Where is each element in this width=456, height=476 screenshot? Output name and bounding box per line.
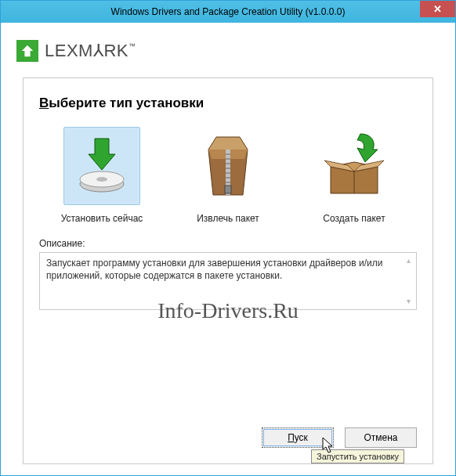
option-extract-package[interactable]: Извлечь пакет bbox=[173, 127, 283, 224]
option-extract-label: Извлечь пакет bbox=[173, 213, 283, 224]
content-panel: Выберите тип установки Установить сейчас bbox=[23, 78, 433, 464]
install-type-options: Установить сейчас bbox=[39, 127, 417, 224]
start-button[interactable]: Пуск bbox=[262, 427, 334, 448]
description-text: Запускает программу установки для заверш… bbox=[46, 258, 382, 281]
install-now-icon bbox=[63, 127, 140, 205]
option-install-now[interactable]: Установить сейчас bbox=[47, 127, 157, 224]
installer-window: Windows Drivers and Package Creation Uti… bbox=[0, 0, 456, 476]
description-label: Описание: bbox=[39, 238, 417, 249]
option-create-label: Создать пакет bbox=[299, 213, 409, 224]
svg-point-2 bbox=[96, 177, 107, 182]
button-row: Пуск Отмена bbox=[262, 427, 417, 448]
lexmark-logo-icon bbox=[16, 40, 38, 62]
start-tooltip: Запустить установку bbox=[311, 449, 404, 463]
extract-package-icon bbox=[190, 127, 266, 205]
scroll-up-icon[interactable]: ▴ bbox=[402, 254, 414, 267]
option-install-label: Установить сейчас bbox=[47, 213, 157, 224]
window-title: Windows Drivers and Package Creation Uti… bbox=[1, 6, 455, 17]
brand-header: LEXM⅄RK™ bbox=[9, 31, 447, 73]
cancel-button[interactable]: Отмена bbox=[345, 427, 417, 448]
close-icon: ✕ bbox=[433, 3, 442, 15]
option-create-package[interactable]: Создать пакет bbox=[299, 127, 409, 224]
svg-rect-12 bbox=[225, 186, 231, 193]
create-package-icon bbox=[316, 127, 393, 205]
brand-name: LEXM⅄RK™ bbox=[45, 41, 136, 61]
description-box: Запускает программу установки для заверш… bbox=[39, 252, 417, 310]
close-button[interactable]: ✕ bbox=[420, 1, 455, 17]
scroll-down-icon[interactable]: ▾ bbox=[402, 295, 414, 308]
titlebar: Windows Drivers and Package Creation Uti… bbox=[1, 1, 455, 23]
page-heading: Выберите тип установки bbox=[39, 96, 417, 111]
